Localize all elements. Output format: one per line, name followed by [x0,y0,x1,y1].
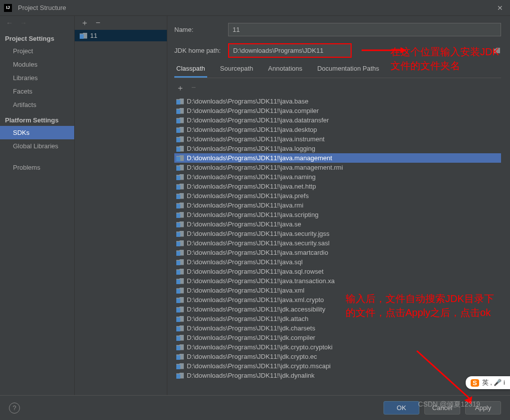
classpath-row[interactable]: D:\downloads\Programs\JDK11!\java.script… [174,210,501,219]
titlebar: IJ Project Structure ✕ [0,0,510,16]
classpath-row[interactable]: D:\downloads\Programs\JDK11!\jdk.dynalin… [174,371,501,380]
back-icon[interactable]: ← [6,19,13,27]
classpath-row[interactable]: D:\downloads\Programs\JDK11!\java.prefs [174,191,501,201]
classpath-row-label: D:\downloads\Programs\JDK11!\java.manage… [187,154,332,162]
remove-sdk-icon[interactable]: − [96,18,100,27]
sdk-tabs: ClasspathSourcepathAnnotationsDocumentat… [174,65,501,78]
browse-path-icon[interactable] [492,46,501,55]
sdk-list-item[interactable]: 11 [75,30,167,41]
classpath-row[interactable]: D:\downloads\Programs\JDK11!\java.securi… [174,229,501,238]
classpath-row[interactable]: D:\downloads\Programs\JDK11!\java.sql.ro… [174,267,501,276]
classpath-row[interactable]: D:\downloads\Programs\JDK11!\java.xml.cr… [174,295,501,305]
classpath-row[interactable]: D:\downloads\Programs\JDK11!\java.base [174,97,501,106]
classpath-row[interactable]: D:\downloads\Programs\JDK11!\java.manage… [174,163,501,172]
classpath-row-label: D:\downloads\Programs\JDK11!\java.net.ht… [187,183,316,190]
ok-button[interactable]: OK [383,401,419,415]
classpath-row[interactable]: D:\downloads\Programs\JDK11!\java.instru… [174,134,501,144]
cancel-button[interactable]: Cancel [424,401,460,415]
path-label: JDK home path: [174,47,223,54]
classpath-row-label: D:\downloads\Programs\JDK11!\java.datatr… [187,116,329,124]
library-folder-icon [176,269,184,275]
sdk-list-toolbar: ＋ − [75,16,167,30]
classpath-row[interactable]: D:\downloads\Programs\JDK11!\jdk.crypto.… [174,361,501,371]
library-folder-icon [176,278,184,284]
library-folder-icon [176,136,184,142]
classpath-row[interactable]: D:\downloads\Programs\JDK11!\jdk.crypto.… [174,342,501,352]
library-folder-icon [176,288,184,294]
classpath-row[interactable]: D:\downloads\Programs\JDK11!\jdk.attach [174,314,501,323]
classpath-row[interactable]: D:\downloads\Programs\JDK11!\java.securi… [174,238,501,248]
apply-button[interactable]: Apply [465,401,501,415]
library-folder-icon [176,250,184,256]
library-folder-icon [176,335,184,341]
tab-annotations[interactable]: Annotations [266,65,304,78]
sidebar-item-facets[interactable]: Facets [0,85,74,98]
sidebar-item-modules[interactable]: Modules [0,58,74,71]
classpath-row-label: D:\downloads\Programs\JDK11!\java.compil… [187,107,319,114]
sidebar-item-artifacts[interactable]: Artifacts [0,98,74,111]
tab-classpath[interactable]: Classpath [174,65,207,78]
library-folder-icon [176,363,184,369]
classpath-row-label: D:\downloads\Programs\JDK11!\jdk.dynalin… [187,372,315,379]
library-folder-icon [176,307,184,313]
sdk-detail-panel: Name: JDK home path: ClasspathSourcepath… [167,16,510,395]
ime-brand-icon: S [471,379,479,387]
sdk-name-input[interactable] [228,23,501,36]
tab-documentation-paths[interactable]: Documentation Paths [315,65,381,78]
jdk-home-path-input[interactable] [228,43,352,58]
classpath-row[interactable]: D:\downloads\Programs\JDK11!\java.smartc… [174,248,501,257]
tab-sourcepath[interactable]: Sourcepath [218,65,255,78]
classpath-row[interactable]: D:\downloads\Programs\JDK11!\java.transa… [174,276,501,286]
library-folder-icon [176,354,184,360]
classpath-list[interactable]: D:\downloads\Programs\JDK11!\java.baseD:… [174,97,501,395]
sidebar-item-sdks[interactable]: SDKs [0,126,74,139]
help-icon[interactable]: ? [9,403,20,414]
classpath-row[interactable]: D:\downloads\Programs\JDK11!\jdk.charset… [174,323,501,333]
classpath-toolbar: ＋ − [174,82,501,97]
classpath-row-label: D:\downloads\Programs\JDK11!\java.se [187,220,301,228]
library-folder-icon [176,155,184,161]
classpath-row[interactable]: D:\downloads\Programs\JDK11!\java.naming [174,172,501,182]
sidebar-item-problems[interactable]: Problems [0,161,74,174]
classpath-row[interactable]: D:\downloads\Programs\JDK11!\java.deskto… [174,125,501,134]
library-folder-icon [176,231,184,237]
forward-icon[interactable]: → [20,19,27,27]
close-icon[interactable]: ✕ [494,4,506,12]
section-platform-settings: Platform Settings [0,111,74,126]
classpath-row[interactable]: D:\downloads\Programs\JDK11!\java.sql [174,257,501,267]
window-title: Project Structure [18,4,66,11]
classpath-row[interactable]: D:\downloads\Programs\JDK11!\java.manage… [174,153,501,163]
intellij-icon: IJ [4,4,12,12]
classpath-row[interactable]: D:\downloads\Programs\JDK11!\jdk.compile… [174,333,501,342]
nav-arrows: ← → [0,16,74,30]
classpath-row[interactable]: D:\downloads\Programs\JDK11!\jdk.crypto.… [174,352,501,361]
classpath-row[interactable]: D:\downloads\Programs\JDK11!\java.datatr… [174,115,501,125]
sidebar-item-global-libraries[interactable]: Global Libraries [0,139,74,153]
library-folder-icon [176,174,184,180]
library-folder-icon [176,259,184,265]
sidebar-item-project[interactable]: Project [0,44,74,58]
classpath-row[interactable]: D:\downloads\Programs\JDK11!\java.compil… [174,106,501,115]
classpath-row[interactable]: D:\downloads\Programs\JDK11!\java.net.ht… [174,182,501,191]
classpath-row[interactable]: D:\downloads\Programs\JDK11!\jdk.accessi… [174,305,501,314]
arrow-annotation-icon [362,46,406,54]
add-classpath-icon[interactable]: ＋ [176,83,184,94]
classpath-row-label: D:\downloads\Programs\JDK11!\jdk.charset… [187,324,315,332]
remove-classpath-icon[interactable]: − [191,83,196,94]
sidebar-item-libraries[interactable]: Libraries [0,71,74,85]
section-project-settings: Project Settings [0,30,74,44]
classpath-row-label: D:\downloads\Programs\JDK11!\java.securi… [187,230,330,237]
classpath-row-label: D:\downloads\Programs\JDK11!\java.prefs [187,192,309,200]
library-folder-icon [176,316,184,322]
classpath-row-label: D:\downloads\Programs\JDK11!\java.naming [187,173,316,181]
classpath-row-label: D:\downloads\Programs\JDK11!\java.sql.ro… [187,268,324,275]
classpath-row[interactable]: D:\downloads\Programs\JDK11!\java.loggin… [174,144,501,153]
classpath-row[interactable]: D:\downloads\Programs\JDK11!\java.xml [174,286,501,295]
library-folder-icon [176,184,184,190]
classpath-row[interactable]: D:\downloads\Programs\JDK11!\java.rmi [174,201,501,210]
classpath-row-label: D:\downloads\Programs\JDK11!\java.base [187,98,308,105]
add-sdk-icon[interactable]: ＋ [81,18,89,28]
classpath-row[interactable]: D:\downloads\Programs\JDK11!\java.se [174,219,501,229]
classpath-row-label: D:\downloads\Programs\JDK11!\java.xml [187,287,304,294]
classpath-row-label: D:\downloads\Programs\JDK11!\jdk.crypto.… [187,343,333,351]
